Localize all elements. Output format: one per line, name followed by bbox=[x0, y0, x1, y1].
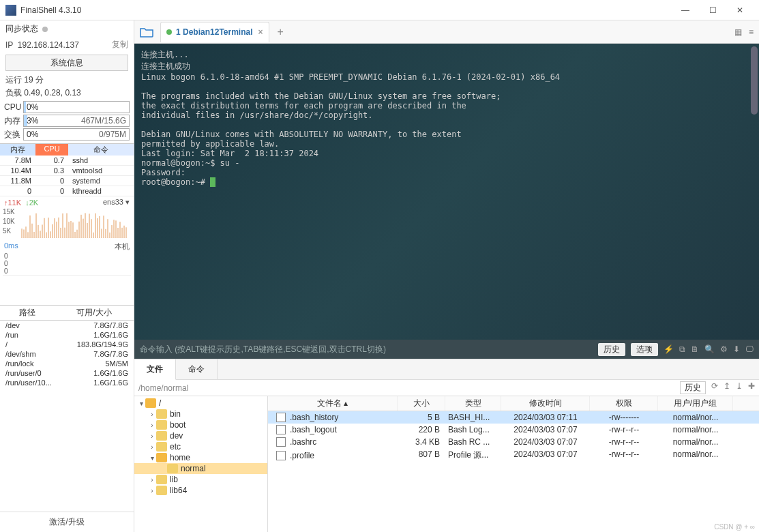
disk-row[interactable]: /run/user/01.6G/1.6G bbox=[0, 368, 134, 378]
file-icon bbox=[276, 451, 286, 460]
cpu-meter-label: CPU bbox=[4, 102, 23, 112]
load-text: 负载 0.49, 0.28, 0.13 bbox=[0, 87, 134, 100]
file-row[interactable]: .bashrc3.4 KBBash RC ...2024/03/03 07:07… bbox=[268, 436, 759, 448]
connection-dot-icon bbox=[166, 29, 172, 35]
options-button[interactable]: 选项 bbox=[631, 343, 658, 356]
folder-icon bbox=[156, 431, 167, 441]
folder-icon bbox=[156, 486, 167, 495]
folder-icon bbox=[156, 409, 167, 419]
file-icon bbox=[276, 437, 286, 447]
system-sidebar: 同步状态 IP 192.168.124.137 复制 系统信息 运行 19 分 … bbox=[0, 20, 134, 532]
bottom-panel: 文件 命令 历史 ⟳ ↥ ⤓ ✚ ▾/›bin›boot›dev›etc▾hom… bbox=[134, 359, 759, 532]
monitor-icon[interactable]: 🖵 bbox=[745, 344, 754, 354]
maximize-button[interactable]: ☐ bbox=[699, 1, 726, 20]
open-folder-icon[interactable] bbox=[138, 24, 155, 40]
folder-tree[interactable]: ▾/›bin›boot›dev›etc▾homenormal›lib›lib64 bbox=[134, 396, 268, 532]
tree-item[interactable]: ▾home bbox=[134, 452, 267, 463]
swap-meter: 0%0/975M bbox=[23, 128, 130, 141]
up-icon[interactable]: ↥ bbox=[724, 381, 730, 394]
disk-row[interactable]: /run1.6G/1.6G bbox=[0, 330, 134, 340]
minimize-button[interactable]: — bbox=[672, 1, 699, 20]
history-button[interactable]: 历史 bbox=[598, 343, 625, 356]
chevron-down-icon: ▾ bbox=[125, 198, 130, 206]
refresh-icon[interactable]: ⟳ bbox=[711, 381, 718, 394]
disk-row[interactable]: /dev/shm7.8G/7.8G bbox=[0, 349, 134, 359]
folder-icon bbox=[156, 420, 167, 430]
grid-view-icon[interactable]: ▦ bbox=[734, 27, 742, 37]
folder-icon bbox=[156, 475, 167, 484]
file-path-bar: 历史 ⟳ ↥ ⤓ ✚ bbox=[134, 380, 759, 396]
process-row[interactable]: 10.4M0.3vmtoolsd bbox=[0, 166, 134, 176]
mem-meter-label: 内存 bbox=[4, 115, 23, 127]
folder-icon bbox=[156, 442, 167, 452]
cpu-meter: 0% bbox=[23, 101, 130, 113]
tree-item[interactable]: normal bbox=[134, 463, 267, 474]
disk-row[interactable]: /run/user/10...1.6G/1.6G bbox=[0, 378, 134, 387]
network-stats[interactable]: ↑11K ↓2K ens33 ▾ bbox=[0, 196, 134, 208]
disk-table-header: 路径可用/大小 bbox=[0, 305, 134, 321]
path-history-button[interactable]: 历史 bbox=[680, 381, 706, 394]
tab-files[interactable]: 文件 bbox=[134, 359, 176, 380]
folder-icon bbox=[167, 464, 178, 473]
close-button[interactable]: ✕ bbox=[726, 1, 754, 20]
disk-row[interactable]: /183.8G/194.9G bbox=[0, 340, 134, 349]
lightning-icon[interactable]: ⚡ bbox=[664, 344, 674, 354]
sync-status-dot-icon bbox=[42, 27, 48, 32]
copy-ip-button[interactable]: 复制 bbox=[112, 39, 128, 50]
mem-meter: 3%467M/15.6G bbox=[23, 115, 130, 127]
terminal-scrollbar[interactable] bbox=[751, 46, 758, 115]
tree-item[interactable]: ›lib bbox=[134, 474, 267, 485]
sync-label: 同步状态 bbox=[5, 23, 38, 35]
add-icon[interactable]: ✚ bbox=[748, 381, 755, 394]
file-icon bbox=[276, 413, 286, 422]
network-sparkline: 15K 10K 5K bbox=[3, 208, 131, 238]
list-view-icon[interactable]: ≡ bbox=[749, 27, 754, 37]
local-host-label: 本机 bbox=[115, 241, 130, 252]
folder-icon bbox=[156, 453, 167, 462]
terminal-output[interactable]: 连接主机... 连接主机成功 Linux bogon 6.1.0-18-amd6… bbox=[134, 44, 759, 340]
latency-chart bbox=[3, 275, 131, 302]
tree-item[interactable]: ›lib64 bbox=[134, 485, 267, 496]
path-input[interactable] bbox=[138, 383, 680, 393]
process-row[interactable]: 11.8M0systemd bbox=[0, 176, 134, 186]
new-tab-button[interactable]: + bbox=[278, 26, 284, 38]
sysinfo-button[interactable]: 系统信息 bbox=[5, 55, 128, 71]
process-row[interactable]: 7.8M0.7sshd bbox=[0, 156, 134, 166]
close-tab-icon[interactable]: × bbox=[258, 27, 263, 37]
disk-row[interactable]: /dev7.8G/7.8G bbox=[0, 321, 134, 330]
tab-bar: 1 Debian12Terminal × + ▦ ≡ bbox=[134, 20, 759, 44]
copy-icon[interactable]: ⧉ bbox=[679, 344, 685, 354]
download-file-icon[interactable]: ⤓ bbox=[736, 381, 743, 394]
file-row[interactable]: .bash_logout220 BBash Log...2024/03/03 0… bbox=[268, 424, 759, 436]
ip-value: 192.168.124.137 bbox=[18, 40, 79, 50]
app-logo-icon bbox=[5, 5, 16, 16]
command-input-bar: 命令输入 (按ALT键提示历史,TAB键路径,ESC键返回,双击CTRL切换) … bbox=[134, 340, 759, 359]
ip-label: IP bbox=[5, 40, 13, 50]
uptime-text: 运行 19 分 bbox=[0, 74, 134, 87]
tab-label: Debian12Terminal bbox=[183, 27, 252, 37]
file-icon bbox=[276, 425, 286, 434]
process-row[interactable]: 00kthreadd bbox=[0, 186, 134, 196]
page-icon[interactable]: 🗎 bbox=[691, 344, 699, 354]
latency-text: 0ms bbox=[4, 241, 18, 252]
tree-item[interactable]: ›boot bbox=[134, 419, 267, 430]
swap-meter-label: 交换 bbox=[4, 129, 23, 141]
tree-item[interactable]: ›dev bbox=[134, 430, 267, 441]
search-icon[interactable]: 🔍 bbox=[704, 344, 715, 354]
disk-row[interactable]: /run/lock5M/5M bbox=[0, 359, 134, 368]
activate-button[interactable]: 激活/升级 bbox=[0, 512, 134, 532]
tab-commands[interactable]: 命令 bbox=[176, 359, 218, 379]
tree-item[interactable]: ▾/ bbox=[134, 398, 267, 409]
gear-icon[interactable]: ⚙ bbox=[720, 344, 728, 354]
download-icon[interactable]: ⬇ bbox=[733, 344, 740, 354]
window-title: FinalShell 4.3.10 bbox=[20, 5, 672, 15]
title-bar: FinalShell 4.3.10 — ☐ ✕ bbox=[0, 0, 759, 20]
file-list: 文件名 ▴ 大小 类型 修改时间 权限 用户/用户组 .bash_history… bbox=[268, 396, 759, 532]
tree-item[interactable]: ›etc bbox=[134, 441, 267, 452]
file-list-header[interactable]: 文件名 ▴ 大小 类型 修改时间 权限 用户/用户组 bbox=[268, 396, 759, 411]
file-row[interactable]: .bash_history5 BBASH_HI...2024/03/03 07:… bbox=[268, 411, 759, 424]
file-row[interactable]: .profile807 BProfile 源...2024/03/03 07:0… bbox=[268, 448, 759, 462]
tree-item[interactable]: ›bin bbox=[134, 409, 267, 419]
tab-terminal-1[interactable]: 1 Debian12Terminal × bbox=[160, 22, 269, 42]
command-input[interactable]: 命令输入 (按ALT键提示历史,TAB键路径,ESC键返回,双击CTRL切换) bbox=[140, 344, 593, 355]
